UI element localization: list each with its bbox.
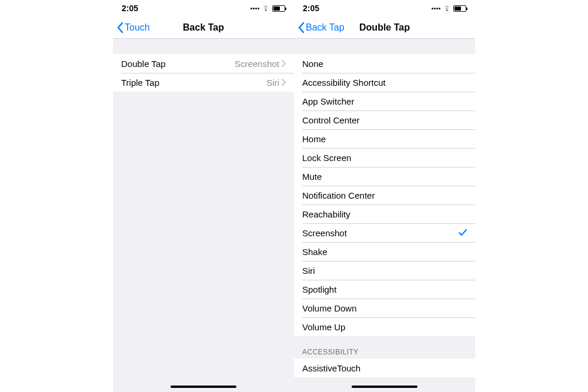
option-row[interactable]: Screenshot — [294, 223, 475, 242]
option-row[interactable]: None — [294, 54, 475, 73]
wifi-icon — [262, 5, 270, 11]
option-row[interactable]: Volume Up — [294, 317, 475, 336]
option-label: App Switcher — [302, 96, 354, 106]
option-row[interactable]: Volume Down — [294, 299, 475, 317]
accessibility-actions-group: AssistiveTouch — [294, 359, 475, 377]
option-label: None — [302, 59, 323, 69]
page-title: Back Tap — [183, 22, 224, 33]
row-value: Siri — [266, 78, 279, 88]
row-label: Triple Tap — [121, 78, 159, 88]
battery-icon — [272, 5, 285, 12]
status-right — [250, 5, 285, 12]
option-label: Shake — [302, 247, 328, 257]
back-button[interactable]: Touch — [116, 22, 150, 33]
option-label: Volume Up — [302, 322, 345, 332]
option-label: Notification Center — [302, 190, 375, 200]
back-button[interactable]: Back Tap — [298, 22, 345, 33]
page-title: Double Tap — [359, 22, 410, 33]
home-indicator[interactable] — [171, 386, 236, 388]
nav-bar: Touch Back Tap — [113, 16, 294, 39]
option-row[interactable]: Lock Screen — [294, 148, 475, 167]
option-label: Screenshot — [302, 228, 347, 238]
option-label: Siri — [302, 266, 315, 276]
status-right — [432, 5, 466, 12]
double-tap-row[interactable]: Double Tap Screenshot — [113, 54, 294, 73]
row-value: Screenshot — [235, 59, 279, 69]
option-label: Accessibility Shortcut — [302, 78, 386, 88]
option-row[interactable]: Notification Center — [294, 186, 475, 205]
option-row[interactable]: Accessibility Shortcut — [294, 73, 475, 92]
status-bar: 2:05 — [294, 0, 475, 16]
option-row[interactable]: AssistiveTouch — [294, 359, 475, 377]
option-label: Mute — [302, 172, 322, 182]
option-row[interactable]: Reachability — [294, 205, 475, 223]
option-row[interactable]: Shake — [294, 242, 475, 261]
option-label: Reachability — [302, 209, 350, 219]
option-row[interactable]: Spotlight — [294, 280, 475, 299]
row-label: Double Tap — [121, 59, 166, 69]
checkmark-icon — [459, 229, 467, 236]
wifi-icon — [443, 5, 451, 11]
back-label: Back Tap — [306, 22, 345, 33]
nav-bar: Back Tap Double Tap — [294, 16, 475, 39]
trailing-margin — [475, 0, 588, 392]
back-tap-group: Double Tap Screenshot Triple Tap Siri — [113, 54, 294, 92]
phone-right: 2:05 Back Tap Double Tap NoneAccessibili… — [294, 0, 475, 392]
option-row[interactable]: Mute — [294, 167, 475, 186]
content-left: Double Tap Screenshot Triple Tap Siri — [113, 39, 294, 392]
content-right: NoneAccessibility ShortcutApp SwitcherCo… — [294, 39, 475, 392]
status-time: 2:05 — [303, 4, 319, 13]
option-label: AssistiveTouch — [302, 363, 360, 373]
leading-margin — [0, 0, 113, 392]
chevron-right-icon — [282, 60, 286, 67]
option-label: Lock Screen — [302, 153, 351, 163]
option-label: Spotlight — [302, 284, 336, 294]
option-row[interactable]: Home — [294, 129, 475, 148]
option-label: Volume Down — [302, 303, 357, 313]
phone-left: 2:05 Touch Back Tap Double Tap Screensho… — [113, 0, 294, 392]
status-bar: 2:05 — [113, 0, 294, 16]
cellular-icon — [250, 8, 259, 9]
chevron-right-icon — [282, 79, 286, 86]
home-indicator[interactable] — [352, 386, 417, 388]
cellular-icon — [432, 8, 440, 9]
triple-tap-row[interactable]: Triple Tap Siri — [113, 73, 294, 92]
option-row[interactable]: Siri — [294, 261, 475, 280]
option-label: Control Center — [302, 115, 360, 125]
system-actions-group: NoneAccessibility ShortcutApp SwitcherCo… — [294, 54, 475, 336]
section-header-accessibility: ACCESSIBILITY — [294, 336, 475, 359]
back-label: Touch — [125, 22, 150, 33]
battery-icon — [453, 5, 466, 12]
option-label: Home — [302, 134, 326, 144]
status-time: 2:05 — [122, 4, 138, 13]
option-row[interactable]: Control Center — [294, 110, 475, 129]
option-row[interactable]: App Switcher — [294, 92, 475, 110]
